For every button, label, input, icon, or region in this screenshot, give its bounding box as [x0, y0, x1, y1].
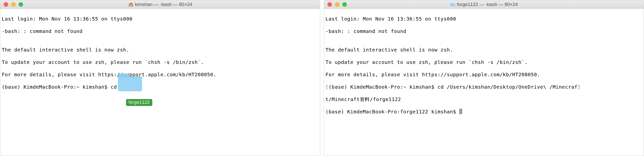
prompt-text: (base) KimdeMacBook-Pro:forge1122 kimsha… [326, 109, 459, 115]
home-icon [128, 2, 134, 7]
cursor-icon [459, 109, 462, 114]
close-icon[interactable] [328, 2, 332, 7]
maximize-icon[interactable] [18, 2, 23, 7]
folder-icon [116, 71, 143, 93]
command-text: (base) KimdeMacBook-Pro:~ kimshan$ cd /U… [329, 84, 578, 90]
terminal-line: -bash: : command not found [2, 28, 318, 34]
folder-icon [450, 2, 456, 7]
terminal-line: t/Minecraft资料/forge1122 [326, 96, 642, 103]
terminal-line: To update your account to use zsh, pleas… [326, 59, 642, 65]
folder-label: forge1122 [126, 99, 152, 106]
terminal-prompt-line: (base) KimdeMacBook-Pro:forge1122 kimsha… [326, 109, 642, 115]
titlebar[interactable]: forge1122 — -bash — 80×24 [324, 0, 644, 9]
terminal-body[interactable]: Last login: Mon Nov 16 13:36:55 on ttys0… [0, 9, 320, 110]
terminal-line: The default interactive shell is now zsh… [2, 47, 318, 53]
window-title-text: kimshan — -bash — 80×24 [135, 2, 192, 7]
prompt-text: (base) KimdeMacBook-Pro:~ kimshan$ cd [2, 84, 120, 90]
terminal-line: For more details, please visit https://s… [2, 72, 318, 78]
minimize-icon[interactable] [335, 2, 339, 7]
titlebar[interactable]: kimshan — -bash — 80×24 [0, 0, 320, 9]
window-title: forge1122 — -bash — 80×24 [450, 2, 518, 7]
traffic-lights [324, 2, 347, 7]
maximize-icon[interactable] [342, 2, 347, 7]
minimize-icon[interactable] [11, 2, 16, 7]
line-wrap-bracket-open: [ [326, 84, 329, 90]
terminal-line: Last login: Mon Nov 16 13:36:55 on ttys0… [326, 16, 642, 22]
traffic-lights [0, 2, 23, 7]
terminal-line: To update your account to use zsh, pleas… [2, 59, 318, 65]
terminal-window-right: forge1122 — -bash — 80×24 Last login: Mo… [324, 0, 644, 156]
terminal-line: The default interactive shell is now zsh… [326, 47, 642, 53]
terminal-line: -bash: : command not found [326, 28, 642, 34]
terminal-line: [(base) KimdeMacBook-Pro:~ kimshan$ cd /… [326, 84, 642, 90]
terminal-line: Last login: Mon Nov 16 13:36:55 on ttys0… [2, 16, 318, 22]
terminal-body[interactable]: Last login: Mon Nov 16 13:36:55 on ttys0… [324, 9, 644, 128]
close-icon[interactable] [4, 2, 8, 7]
window-title: kimshan — -bash — 80×24 [128, 2, 192, 7]
window-title-text: forge1122 — -bash — 80×24 [457, 2, 518, 7]
terminal-window-left: kimshan — -bash — 80×24 Last login: Mon … [0, 0, 320, 156]
terminal-prompt-line: (base) KimdeMacBook-Pro:~ kimshan$ cd [2, 84, 318, 90]
line-wrap-bracket-close: ] [578, 84, 581, 90]
folder-dragged-item[interactable]: forge1122 [108, 58, 152, 112]
terminal-line: For more details, please visit https://s… [326, 72, 642, 78]
